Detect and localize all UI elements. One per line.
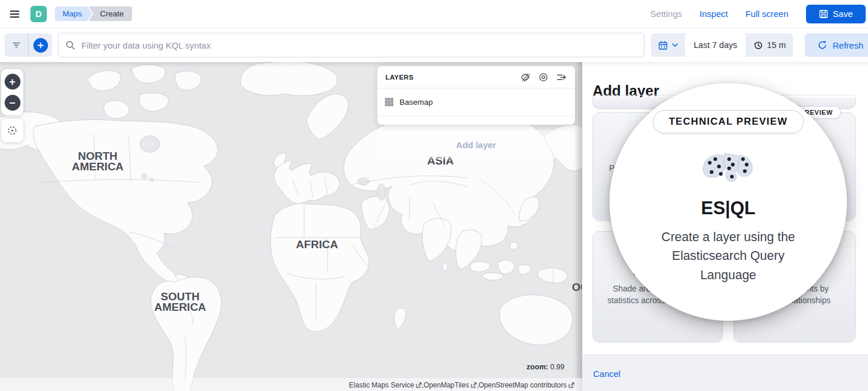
filter-icon bbox=[12, 40, 21, 50]
kql-search-bar[interactable] bbox=[58, 33, 645, 57]
layer-item-basemap[interactable]: Basemap bbox=[377, 88, 575, 116]
map-label-africa: AFRICA bbox=[296, 239, 338, 250]
kql-search-input[interactable] bbox=[80, 40, 637, 51]
zoom-indicator-label: zoom: bbox=[526, 363, 548, 371]
breadcrumb-maps[interactable]: Maps bbox=[55, 6, 92, 21]
query-toolbar: Last 7 days 15 m Refresh bbox=[0, 28, 868, 62]
eye-icon bbox=[538, 72, 549, 83]
kibana-maps-app: D Maps Create Settings Inspect Full scre… bbox=[0, 0, 868, 391]
settings-button[interactable]: Settings bbox=[650, 9, 682, 19]
time-picker: Last 7 days 15 m bbox=[651, 33, 793, 57]
show-all-layers-button[interactable] bbox=[538, 72, 549, 83]
layer-item-label: Basemap bbox=[399, 98, 433, 107]
filter-menu-button[interactable] bbox=[5, 33, 28, 57]
external-link-icon bbox=[471, 382, 477, 388]
save-button[interactable]: Save bbox=[806, 5, 866, 23]
attribution-elastic-maps-service-link[interactable]: Elastic Maps Service bbox=[349, 381, 422, 389]
flyout-top-shadow bbox=[583, 62, 868, 67]
zoom-out-button[interactable]: − bbox=[5, 95, 20, 111]
layers-panel-header: LAYERS bbox=[377, 66, 575, 88]
inspect-button[interactable]: Inspect bbox=[700, 9, 728, 19]
full-screen-button[interactable]: Full screen bbox=[745, 9, 788, 19]
filter-group bbox=[5, 33, 52, 57]
collapse-layers-panel-button[interactable] bbox=[556, 72, 567, 83]
external-link-icon bbox=[416, 382, 422, 388]
eye-closed-icon bbox=[520, 72, 531, 83]
flyout-footer: Cancel bbox=[583, 355, 868, 391]
layers-panel: LAYERS bbox=[377, 66, 575, 125]
refresh-button-label: Refresh bbox=[832, 40, 863, 50]
add-filter-button[interactable] bbox=[29, 33, 52, 57]
attribution-openmaptiles-link[interactable]: OpenMapTiles bbox=[423, 381, 477, 389]
add-layer-disabled-button[interactable]: Add layer bbox=[377, 130, 575, 159]
zoom-indicator-value: 0.99 bbox=[550, 363, 564, 371]
search-icon bbox=[66, 40, 75, 50]
calendar-icon bbox=[658, 40, 668, 50]
refresh-icon bbox=[818, 40, 827, 50]
menu-right-icon bbox=[556, 72, 567, 83]
crosshair-icon bbox=[6, 125, 18, 136]
esql-card-title-zoomed: ES|QL bbox=[701, 198, 755, 219]
breadcrumb-create: Create bbox=[88, 6, 132, 21]
esql-card-description-zoomed: Create a layer using the Elasticsearch Q… bbox=[662, 228, 795, 284]
header: D Maps Create Settings Inspect Full scre… bbox=[0, 0, 868, 28]
layers-panel-title: LAYERS bbox=[385, 74, 414, 81]
menu-button[interactable] bbox=[5, 4, 25, 24]
set-view-button[interactable] bbox=[1, 119, 23, 142]
map-label-north-america: NORTHAMERICA bbox=[72, 151, 124, 172]
external-link-icon bbox=[569, 382, 574, 388]
space-avatar[interactable]: D bbox=[30, 6, 47, 22]
refresh-interval-button[interactable]: 15 m bbox=[746, 33, 793, 57]
hamburger-icon bbox=[9, 8, 20, 20]
chevron-down-icon bbox=[672, 43, 678, 47]
zoom-indicator: zoom: 0.99 bbox=[526, 363, 564, 371]
plus-circle-icon bbox=[33, 38, 48, 53]
layers-panel-padding bbox=[377, 116, 575, 125]
map-canvas[interactable]: NORTHAMERICA ASIA AFRICA SOUTHAMERICA OC… bbox=[0, 62, 582, 391]
save-button-label: Save bbox=[833, 9, 853, 19]
refresh-interval-label: 15 m bbox=[767, 40, 786, 50]
time-picker-calendar-button[interactable] bbox=[651, 33, 685, 57]
map-attribution: Elastic Maps Service , OpenMapTiles , bbox=[0, 378, 582, 391]
save-icon bbox=[819, 9, 828, 19]
time-range-button[interactable]: Last 7 days bbox=[685, 33, 746, 57]
content: NORTHAMERICA ASIA AFRICA SOUTHAMERICA OC… bbox=[0, 62, 868, 391]
time-refresh-icon bbox=[753, 40, 763, 50]
cancel-button[interactable]: Cancel bbox=[593, 369, 621, 379]
hide-all-layers-button[interactable] bbox=[520, 72, 531, 83]
technical-preview-badge-zoomed: TECHNICAL PREVIEW bbox=[653, 110, 803, 133]
attribution-openstreetmap-link[interactable]: OpenStreetMap contributors bbox=[478, 381, 574, 389]
grid-icon bbox=[385, 98, 394, 107]
zoom-controls: + − bbox=[1, 69, 23, 115]
map-label-south-america: SOUTHAMERICA bbox=[154, 291, 206, 313]
refresh-button[interactable]: Refresh bbox=[805, 33, 868, 57]
header-actions: Settings Inspect Full screen Save bbox=[650, 5, 860, 23]
esql-points-icon-zoomed bbox=[700, 150, 756, 185]
zoom-in-button[interactable]: + bbox=[5, 74, 20, 90]
map-label-oceania: OC bbox=[572, 282, 582, 293]
magnifier-loupe: TECHNICAL PREVIEW ES|QL Create a layer u… bbox=[609, 83, 847, 321]
breadcrumb: Maps Create bbox=[55, 6, 132, 21]
